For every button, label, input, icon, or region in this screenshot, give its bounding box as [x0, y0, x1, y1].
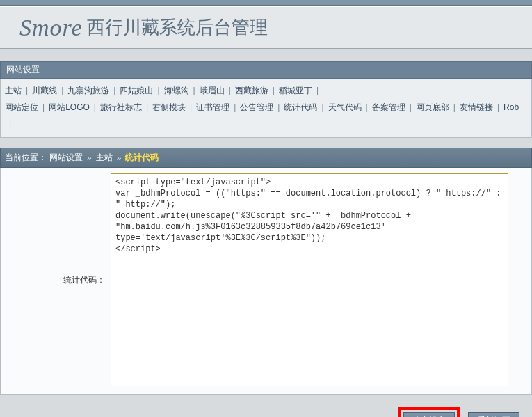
- breadcrumb-part[interactable]: 主站: [96, 152, 113, 164]
- nav-panel: 主站|川藏线|九寨沟旅游|四姑娘山|海螺沟|峨眉山|西藏旅游|稻城亚丁| 网站定…: [0, 79, 532, 138]
- stats-code-textarea[interactable]: [111, 173, 508, 386]
- submit-highlight-box: 确定提交: [398, 407, 460, 417]
- settings-nav-link[interactable]: 网页底部: [416, 100, 449, 115]
- settings-nav-link[interactable]: 天气代码: [328, 100, 362, 115]
- breadcrumb-sep: »: [117, 153, 122, 163]
- settings-nav-link[interactable]: 旅行社标志: [100, 100, 142, 115]
- nav-sep: |: [146, 100, 148, 115]
- settings-nav-link[interactable]: 友情链接: [460, 100, 493, 115]
- nav-sep: |: [9, 115, 11, 130]
- settings-nav-link[interactable]: Rob: [503, 100, 519, 115]
- breadcrumb-label: 当前位置：: [5, 152, 47, 164]
- nav-sep: |: [42, 100, 45, 115]
- breadcrumb-sep: »: [87, 153, 92, 163]
- nav-row-settings: 网站定位|网站LOGO|旅行社标志|右侧模块|证书管理|公告管理|统计代码|天气…: [5, 100, 527, 130]
- submit-button[interactable]: 确定提交: [403, 412, 455, 417]
- site-nav-link[interactable]: 九寨沟旅游: [67, 83, 109, 98]
- button-row: 确定提交 重新填写: [0, 395, 532, 417]
- nav-row-sites: 主站|川藏线|九寨沟旅游|四姑娘山|海螺沟|峨眉山|西藏旅游|稻城亚丁|: [5, 83, 527, 98]
- nav-sep: |: [234, 100, 236, 115]
- form-label: 统计代码：: [6, 173, 111, 286]
- spacer: [0, 49, 532, 61]
- settings-nav-link[interactable]: 公告管理: [240, 100, 273, 115]
- page-header: Smore 西行川藏系统后台管理: [0, 6, 532, 49]
- nav-sep: |: [157, 83, 159, 98]
- breadcrumb: 当前位置： 网站设置 » 主站 » 统计代码: [0, 148, 532, 168]
- settings-nav-link[interactable]: 证书管理: [196, 100, 229, 115]
- nav-sep: |: [316, 83, 319, 98]
- nav-sep: |: [190, 100, 192, 115]
- nav-sep: |: [26, 83, 28, 98]
- reset-button[interactable]: 重新填写: [468, 412, 519, 417]
- form-area: 统计代码：: [0, 168, 532, 395]
- settings-nav-link[interactable]: 备案管理: [372, 100, 405, 115]
- spacer: [0, 138, 532, 148]
- breadcrumb-current: 统计代码: [125, 152, 159, 164]
- site-nav-link[interactable]: 主站: [5, 83, 22, 98]
- nav-sep: |: [497, 100, 499, 115]
- app-title: 西行川藏系统后台管理: [87, 15, 268, 40]
- breadcrumb-part[interactable]: 网站设置: [49, 152, 83, 164]
- settings-nav-link[interactable]: 右侧模块: [152, 100, 186, 115]
- nav-sep: |: [410, 100, 412, 115]
- site-nav-link[interactable]: 峨眉山: [200, 83, 225, 98]
- nav-sep: |: [229, 83, 231, 98]
- nav-sep: |: [366, 100, 368, 115]
- settings-nav-link[interactable]: 统计代码: [284, 100, 317, 115]
- settings-nav-link[interactable]: 网站LOGO: [49, 100, 90, 115]
- nav-sep: |: [94, 100, 96, 115]
- top-accent-bar: [0, 0, 532, 6]
- nav-sep: |: [453, 100, 456, 115]
- nav-sep: |: [61, 83, 63, 98]
- nav-sep: |: [113, 83, 115, 98]
- site-nav-link[interactable]: 稻城亚丁: [279, 83, 312, 98]
- nav-sep: |: [193, 83, 195, 98]
- settings-nav-link[interactable]: 网站定位: [5, 100, 38, 115]
- nav-sep: |: [273, 83, 275, 98]
- site-nav-link[interactable]: 川藏线: [32, 83, 57, 98]
- nav-sep: |: [277, 100, 280, 115]
- nav-sep: |: [321, 100, 323, 115]
- panel-title: 网站设置: [0, 61, 532, 79]
- site-nav-link[interactable]: 四姑娘山: [120, 83, 153, 98]
- site-nav-link[interactable]: 海螺沟: [164, 83, 189, 98]
- brand-logo-text: Smore: [19, 15, 83, 41]
- site-nav-link[interactable]: 西藏旅游: [235, 83, 268, 98]
